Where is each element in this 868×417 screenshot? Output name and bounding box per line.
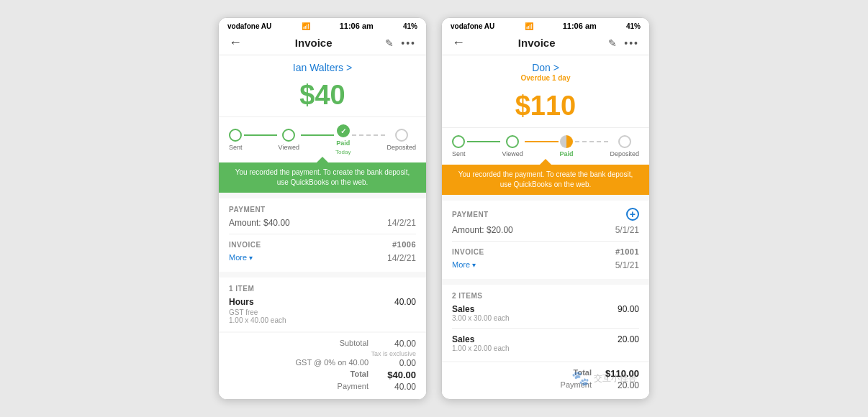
divider-1a <box>229 234 416 234</box>
line-1a <box>244 134 277 136</box>
item-row-1-0: Hours 40.00 <box>229 297 416 307</box>
edit-icon-2[interactable]: ✎ <box>608 37 617 49</box>
tax-note-1: Tax is exclusive <box>229 350 416 357</box>
item-name-2-1: Sales <box>452 334 474 344</box>
payment-header-2: PAYMENT + <box>452 208 639 221</box>
step-viewed-1: Viewed <box>279 129 299 151</box>
payment-amount-label-2: Amount: $20.00 <box>452 225 513 235</box>
invoice-amount-2: $110 <box>442 85 649 123</box>
step-sent-2: Sent <box>452 135 466 157</box>
customer-section-2: Don > Overdue 1 day $110 <box>442 55 649 128</box>
triangle-1 <box>317 157 328 162</box>
items-header-2: 2 ITEMS <box>452 292 639 300</box>
line-2b <box>525 141 559 142</box>
items-label-2: 2 ITEMS <box>452 292 482 300</box>
back-button-1[interactable]: ← <box>229 35 242 50</box>
subtotal-label-1: Subtotal <box>340 339 369 349</box>
invoice-date-1: 14/2/21 <box>387 253 416 263</box>
invoice-label-2: INVOICE <box>452 248 484 256</box>
step-circle-paid-1: ✓ <box>337 124 350 137</box>
carrier-2: vodafone AU <box>451 22 494 30</box>
payment-label-1: PAYMENT <box>229 206 266 214</box>
content-2: Don > Overdue 1 day $110 Sent Viewed <box>442 55 649 398</box>
customer-name-2[interactable]: Don > <box>532 62 559 73</box>
step-deposited-2: Deposited <box>610 135 639 157</box>
content-1: Ian Walters > $40 Sent Viewed ✓ <box>219 55 426 399</box>
payment-amount-label-1: Amount: $40.00 <box>229 218 290 228</box>
payment-total-label-1: Payment <box>338 382 369 392</box>
payment-total-value-1: 40.00 <box>380 382 416 392</box>
top-bar-icons-1: ✎ ••• <box>385 37 416 49</box>
page-title-1: Invoice <box>295 37 333 49</box>
item-detail-2-0: 3.00 x 30.00 each <box>452 314 510 322</box>
invoice-more-link-1[interactable]: More ▾ <box>229 253 253 263</box>
gst-value-1: 0.00 <box>380 358 416 368</box>
battery-2: 41% <box>626 22 641 30</box>
payment-label-2: PAYMENT <box>452 211 489 219</box>
notification-text-2: You recorded the payment. To create the … <box>458 170 633 188</box>
payment-amount-row-1: Amount: $40.00 14/2/21 <box>229 218 416 228</box>
step-circle-deposited-1 <box>395 129 408 142</box>
item-detail-2-1: 1.00 x 20.00 each <box>452 344 510 352</box>
invoice-amount-1: $40 <box>219 74 426 112</box>
edit-icon-1[interactable]: ✎ <box>385 37 394 49</box>
step-label-viewed-1: Viewed <box>279 144 299 151</box>
notification-bar-1: You recorded the payment. To create the … <box>219 162 426 193</box>
wifi-icon-1: 📶 <box>302 22 310 30</box>
gst-label-1: GST @ 0% on 40.00 <box>296 358 369 368</box>
items-section-1: 1 ITEM Hours 40.00 GST free 1.00 x 40.00… <box>219 278 426 331</box>
checkmark-1: ✓ <box>340 127 346 135</box>
add-payment-button[interactable]: + <box>626 208 639 221</box>
time-2: 11:06 am <box>563 22 597 30</box>
top-bar-2: ← Invoice ✎ ••• <box>442 32 649 55</box>
payment-section-1: PAYMENT Amount: $40.00 14/2/21 INVOICE #… <box>219 198 426 272</box>
invoice-more-link-2[interactable]: More ▾ <box>452 260 476 270</box>
notification-bar-2: You recorded the payment. To create the … <box>442 165 649 195</box>
items-label-1: 1 ITEM <box>229 285 254 293</box>
invoice-link-row-1: More ▾ 14/2/21 <box>229 253 416 263</box>
step-circle-sent-1 <box>229 129 242 142</box>
status-bar-1: vodafone AU 📶 11:06 am 41% <box>219 18 426 32</box>
subtotal-row-1: Subtotal 40.00 <box>229 339 416 349</box>
totals-section-1: Subtotal 40.00 Tax is exclusive GST @ 0%… <box>219 333 426 399</box>
payment-amount-date-2: 5/1/21 <box>615 225 639 235</box>
item-amount-2-1: 20.00 <box>618 334 639 352</box>
step-label-paid-1: Paid <box>336 139 350 147</box>
items-header-1: 1 ITEM <box>229 285 416 293</box>
wifi-icon-2: 📶 <box>525 22 533 30</box>
overdue-label-2: Overdue 1 day <box>442 74 649 82</box>
item-row-2-1: Sales 1.00 x 20.00 each 20.00 <box>452 334 639 352</box>
more-icon-1[interactable]: ••• <box>401 37 416 49</box>
customer-name-1[interactable]: Ian Walters > <box>293 62 352 73</box>
status-bar-2: vodafone AU 📶 11:06 am 41% <box>442 18 649 32</box>
total-label-1: Total <box>351 370 369 380</box>
top-bar-icons-2: ✎ ••• <box>608 37 639 49</box>
line-1b <box>301 134 334 136</box>
step-label-sent-1: Sent <box>229 144 243 151</box>
step-label-viewed-2: Viewed <box>502 150 523 157</box>
divider-2a <box>452 241 639 242</box>
subtotal-value-1: 40.00 <box>380 339 416 349</box>
step-paid-2: Paid <box>560 135 574 157</box>
phone-2: vodafone AU 📶 11:06 am 41% ← Invoice ✎ •… <box>441 17 650 400</box>
step-paid-1: ✓ Paid Today <box>335 124 351 155</box>
step-deposited-1: Deposited <box>386 129 416 151</box>
carrier-1: vodafone AU <box>227 22 271 30</box>
step-circle-viewed-1 <box>282 129 295 142</box>
item-amount-1-0: 40.00 <box>394 297 416 307</box>
line-1c <box>352 134 385 136</box>
items-section-2: 2 ITEMS Sales 3.00 x 30.00 each 90.00 Sa… <box>442 285 649 361</box>
step-label-deposited-1: Deposited <box>386 144 416 151</box>
step-circle-viewed-2 <box>506 135 519 148</box>
step-circle-deposited-2 <box>618 135 631 148</box>
step-circle-sent-2 <box>452 135 465 148</box>
page-title-2: Invoice <box>518 37 556 49</box>
gst-row-1: GST @ 0% on 40.00 0.00 <box>229 358 416 368</box>
item-row-2-0: Sales 3.00 x 30.00 each 90.00 <box>452 304 639 322</box>
back-button-2[interactable]: ← <box>452 35 465 50</box>
watermark: 🐾 交互小怪兽 <box>571 370 637 387</box>
phone-1: vodafone AU 📶 11:06 am 41% ← Invoice ✎ •… <box>218 17 427 400</box>
step-sent-1: Sent <box>229 129 243 151</box>
more-icon-2[interactable]: ••• <box>624 37 639 49</box>
step-label-paid-2: Paid <box>560 150 574 157</box>
